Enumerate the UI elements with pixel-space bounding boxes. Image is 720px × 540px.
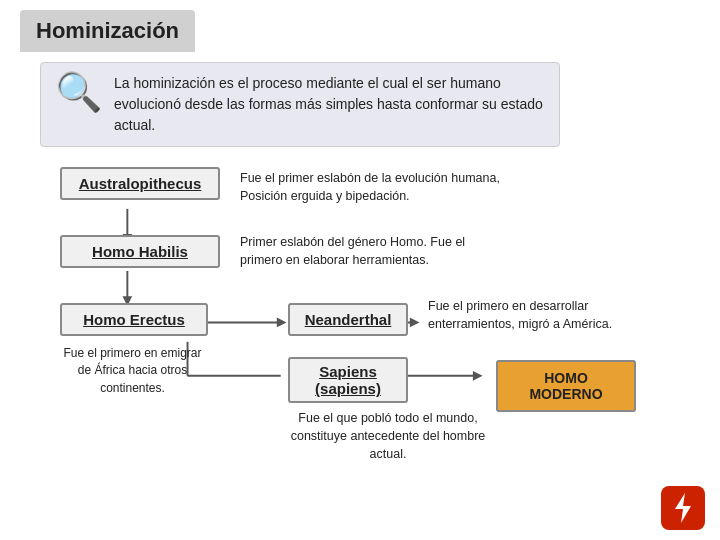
magnifier-icon: 🔍 <box>55 73 102 111</box>
homo-erectus-sub-desc: Fue el primero en emigrar de África haci… <box>60 345 205 397</box>
main-content: 🔍 La hominización es el proceso mediante… <box>0 52 720 517</box>
flash-lightning-icon <box>671 493 695 523</box>
svg-marker-12 <box>675 493 691 523</box>
homo-erectus-box[interactable]: Homo Erectus <box>60 303 208 336</box>
title-bar: Hominización <box>20 10 195 52</box>
neanderthal-box[interactable]: Neanderthal <box>288 303 408 336</box>
sapiens-box[interactable]: Sapiens (sapiens) <box>288 357 408 403</box>
intro-text: La hominización es el proceso mediante e… <box>114 73 545 136</box>
flash-icon <box>661 486 705 530</box>
page-title: Hominización <box>36 18 179 44</box>
diagram: Australopithecus Fue el primer eslabón d… <box>40 167 700 507</box>
homo-habilis-box[interactable]: Homo Habilis <box>60 235 220 268</box>
intro-section: 🔍 La hominización es el proceso mediante… <box>40 62 560 147</box>
homo-habilis-desc: Primer eslabón del género Homo. Fue el p… <box>240 233 500 269</box>
australopithecus-desc: Fue el primer eslabón de la evolución hu… <box>240 169 500 205</box>
svg-marker-5 <box>277 318 287 328</box>
australopithecus-box[interactable]: Australopithecus <box>60 167 220 200</box>
svg-marker-9 <box>473 371 483 381</box>
svg-marker-7 <box>410 318 420 328</box>
sapiens-desc: Fue el que pobló todo el mundo, constitu… <box>288 409 488 463</box>
homo-moderno-box[interactable]: HOMO MODERNO <box>496 360 636 412</box>
neanderthal-desc: Fue el primero en desarrollar enterramie… <box>428 297 628 333</box>
